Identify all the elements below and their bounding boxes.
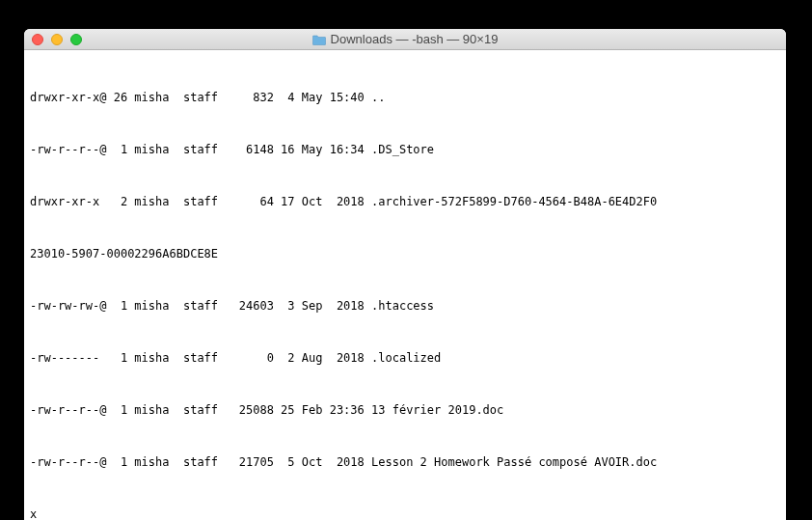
terminal-line: -rw------- 1 misha staff 0 2 Aug 2018 .l… <box>30 349 780 367</box>
terminal-line: -rw-rw-rw-@ 1 misha staff 24603 3 Sep 20… <box>30 297 780 315</box>
terminal-line: x <box>30 506 780 520</box>
terminal-line: -rw-r--r--@ 1 misha staff 21705 5 Oct 20… <box>30 453 780 471</box>
titlebar[interactable]: Downloads — -bash — 90×19 <box>24 29 786 50</box>
window-title-text: Downloads — -bash — 90×19 <box>331 32 499 46</box>
terminal-window: Downloads — -bash — 90×19 drwxr-xr-x@ 26… <box>24 29 786 520</box>
terminal-line: -rw-r--r--@ 1 misha staff 25088 25 Feb 2… <box>30 401 780 419</box>
terminal-line: 23010-5907-00002296A6BDCE8E <box>30 245 780 262</box>
terminal-line: -rw-r--r--@ 1 misha staff 6148 16 May 16… <box>30 141 780 158</box>
minimize-icon[interactable] <box>51 34 63 45</box>
folder-icon <box>312 34 326 44</box>
maximize-icon[interactable] <box>70 34 82 45</box>
terminal-line: drwxr-xr-x@ 26 misha staff 832 4 May 15:… <box>30 89 780 106</box>
traffic-lights <box>24 34 82 45</box>
terminal-body[interactable]: drwxr-xr-x@ 26 misha staff 832 4 May 15:… <box>24 50 786 520</box>
window-title: Downloads — -bash — 90×19 <box>24 32 786 46</box>
close-icon[interactable] <box>32 34 43 45</box>
terminal-line: drwxr-xr-x 2 misha staff 64 17 Oct 2018 … <box>30 193 780 210</box>
